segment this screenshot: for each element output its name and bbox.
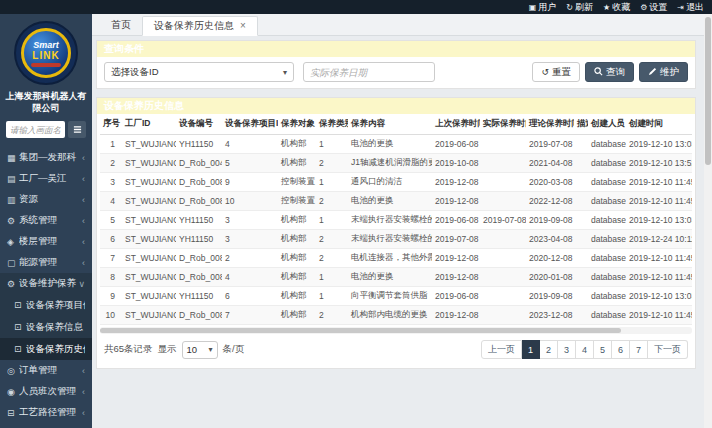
table-cell: 2019-09-08 — [526, 287, 574, 306]
column-header: 序号 — [100, 114, 122, 135]
tab-home[interactable]: 首页 — [100, 15, 142, 35]
building-icon: ▦ — [7, 153, 19, 163]
table-cell: 6 — [100, 230, 122, 249]
reset-button[interactable]: ↺ 重置 — [532, 62, 580, 82]
table-cell: 2019-06-08 — [432, 287, 480, 306]
table-cell: 9 — [100, 287, 122, 306]
table-row[interactable]: 7ST_WUJIANGD_Rob_0082机构部2电机连接器，其他外露的连接器是… — [100, 249, 692, 268]
close-icon[interactable]: × — [240, 21, 246, 31]
page-size-select[interactable]: 10 ▾ — [182, 341, 218, 359]
table-cell: 2019-07-08 — [480, 211, 526, 230]
sidebar-item-equipment-maintain[interactable]: ⚙设备维护保养∨ — [0, 273, 92, 294]
sidebar-item-maintain-project-info[interactable]: ⊡设备保养项目信息 — [0, 294, 92, 316]
sidebar-item-maintain-history-info[interactable]: ⊡设备保养历史信息 — [0, 338, 92, 360]
table-cell: 10 — [222, 192, 278, 211]
table-cell: 2 — [316, 306, 348, 325]
sidebar-item-label: 设备保养历史信息 — [26, 343, 85, 356]
horizontal-scrollbar-thumb[interactable] — [100, 328, 621, 333]
menu-search-button[interactable] — [68, 121, 86, 138]
table-row[interactable]: 6ST_WUJIANGYH111503机构部2末端执行器安装螺栓的紧固2019-… — [100, 230, 692, 249]
table-cell: 控制装置 — [278, 173, 316, 192]
sidebar-item-resource[interactable]: ▥资源‹ — [0, 189, 92, 210]
page-button-1[interactable]: 1 — [522, 340, 540, 359]
next-page-button[interactable]: 下一页 — [648, 340, 688, 359]
sidebar-search — [0, 121, 92, 147]
record-count: 共65条记录 — [104, 343, 153, 356]
device-id-select[interactable]: 选择设备ID ▾ — [104, 62, 294, 82]
table-cell — [574, 230, 588, 249]
sidebar-item-energy-mgmt[interactable]: ▢能源管理‹ — [0, 252, 92, 273]
table-row[interactable]: 3ST_WUJIANGD_Rob_0089控制装置1通风口的清洁2019-12-… — [100, 173, 692, 192]
topbar-item-user[interactable]: ▣用户 — [529, 1, 557, 14]
sidebar-item-order-mgmt[interactable]: ◎订单管理‹ — [0, 360, 92, 381]
vertical-scrollbar-thumb[interactable] — [705, 17, 711, 165]
topbar-item-favorite[interactable]: ★收藏 — [603, 1, 630, 14]
logout-icon: ⇥ — [677, 3, 684, 12]
sidebar-item-maintain-info[interactable]: ⊡设备保养信息 — [0, 316, 92, 338]
table-cell — [574, 268, 588, 287]
page-button-7[interactable]: 7 — [630, 340, 648, 359]
table-cell — [480, 173, 526, 192]
horizontal-scrollbar[interactable] — [100, 327, 692, 334]
table-cell: 2022-12-08 — [526, 192, 574, 211]
table-cell — [574, 306, 588, 325]
topbar-item-refresh[interactable]: ↻刷新 — [566, 1, 593, 14]
table-row[interactable]: 1ST_WUJIANGYH111504机构部1电池的更换2019-06-0820… — [100, 135, 692, 154]
topbar-item-logout[interactable]: ⇥退出 — [677, 1, 704, 14]
monitor-icon: ⊡ — [14, 300, 26, 310]
table-cell: 1 — [316, 211, 348, 230]
vertical-scrollbar[interactable] — [704, 14, 712, 428]
prev-page-button[interactable]: 上一页 — [481, 340, 522, 359]
table-cell: 2019-09-08 — [526, 211, 574, 230]
gear-icon: ⚙ — [7, 216, 19, 226]
sidebar-item-floor-mgmt[interactable]: ◈楼层管理‹ — [0, 231, 92, 252]
chevron-down-icon: ▾ — [209, 345, 213, 354]
table-cell: 机构部 — [278, 268, 316, 287]
screen-search-input[interactable] — [6, 121, 65, 138]
column-header: 创建人员 — [588, 114, 626, 135]
company-name: 上海发那科机器人有限公司 — [0, 88, 92, 121]
sidebar-item-process-param[interactable]: ▤工艺参数‹ — [0, 423, 92, 428]
table-row[interactable]: 2ST_WUJIANGD_Rob_0045机构部2J1轴减速机润滑脂的更换201… — [100, 154, 692, 173]
page-button-2[interactable]: 2 — [540, 340, 558, 359]
maintain-button[interactable]: 维护 — [639, 62, 688, 82]
tab-label: 设备保养历史信息 — [154, 19, 234, 33]
topbar-item-settings[interactable]: ⚙设置 — [640, 1, 667, 14]
topbar: ▣用户↻刷新★收藏⚙设置⇥退出 — [0, 0, 712, 14]
topbar-menu: ▣用户↻刷新★收藏⚙设置⇥退出 — [529, 1, 704, 14]
people-icon: ◉ — [7, 387, 19, 397]
maintain-icon: ⚙ — [7, 279, 19, 289]
table-row[interactable]: 10ST_WUJIANGD_Rob_0087机构部2机构部内电缆的更换2019-… — [100, 306, 692, 325]
table-cell: 通风口的清洁 — [348, 173, 432, 192]
table-cell: 2 — [316, 249, 348, 268]
table-cell: database — [588, 154, 626, 173]
page-button-5[interactable]: 5 — [594, 340, 612, 359]
page-button-6[interactable]: 6 — [612, 340, 630, 359]
table-row[interactable]: 9ST_WUJIANGYH111506机构部1向平衡调节套筒供脂2019-06-… — [100, 287, 692, 306]
actual-maintain-date-input[interactable] — [303, 62, 435, 82]
table-cell — [480, 192, 526, 211]
table-row[interactable]: 8ST_WUJIANGD_Rob_0084机构部1电池的更换2019-12-08… — [100, 268, 692, 287]
sidebar-item-factory-wujiang[interactable]: ▤工厂—吴江‹ — [0, 168, 92, 189]
table-cell: database — [588, 249, 626, 268]
sidebar-item-shift-mgmt[interactable]: ◉人员班次管理‹ — [0, 381, 92, 402]
sidebar-item-route-mgmt[interactable]: ⊟工艺路径管理‹ — [0, 402, 92, 423]
sidebar: Smart LINK 上海发那科机器人有限公司 ▦集团—发那科‹▤工厂—吴江‹▥… — [0, 14, 92, 428]
sidebar-item-group-fanuc[interactable]: ▦集团—发那科‹ — [0, 147, 92, 168]
page-button-3[interactable]: 3 — [558, 340, 576, 359]
table-row[interactable]: 4ST_WUJIANGD_Rob_00810控制装置2电池的更换2019-12-… — [100, 192, 692, 211]
query-button[interactable]: 查询 — [585, 62, 634, 82]
table-cell: 10 — [100, 306, 122, 325]
page-button-4[interactable]: 4 — [576, 340, 594, 359]
column-header: 设备编号 — [176, 114, 222, 135]
table-panel: 设备保养历史信息 序号工厂ID设备编号设备保养项目ID保养对象保养类别保养内容上… — [96, 97, 696, 369]
table-cell: ST_WUJIANG — [122, 192, 176, 211]
route-icon: ⊟ — [7, 408, 19, 418]
table-row[interactable]: 5ST_WUJIANGYH111503机构部1末端执行器安装螺栓的紧固2019-… — [100, 211, 692, 230]
table-cell: 机构部 — [278, 287, 316, 306]
table-cell: database — [588, 173, 626, 192]
table-cell: D_Rob_008 — [176, 249, 222, 268]
sidebar-item-system-mgmt[interactable]: ⚙系统管理‹ — [0, 210, 92, 231]
tab-history[interactable]: 设备保养历史信息× — [142, 16, 258, 36]
table-cell: 2019-12-08 — [432, 306, 480, 325]
